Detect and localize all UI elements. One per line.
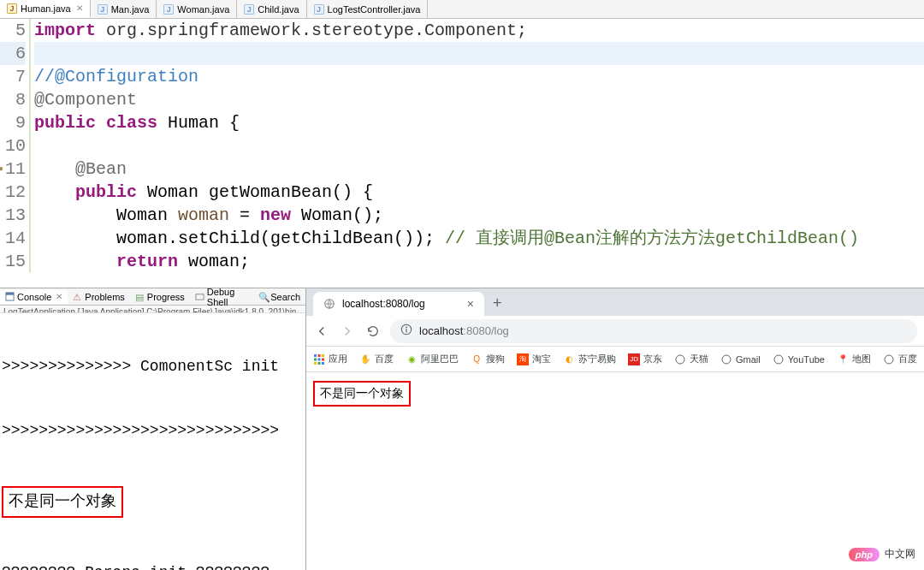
bookmark-label: Gmail (736, 354, 761, 365)
tab-label: Man.java (111, 4, 150, 15)
tab-label: Search (270, 292, 300, 302)
tab-human-java[interactable]: J Human.java ✕ (0, 0, 91, 18)
bookmark-baidu2[interactable]: 百度 (883, 353, 917, 365)
addr-path: :8080/log (463, 324, 509, 337)
console-process-info: LogTestApplication [Java Application] C:… (0, 306, 305, 313)
problems-tab[interactable]: ⚠ Problems (68, 290, 129, 304)
globe-icon (720, 353, 732, 365)
java-icon: J (7, 3, 17, 14)
highlighted-output: 不是同一个对象 (2, 486, 123, 518)
watermark: php 中文网 (849, 547, 915, 561)
svg-point-16 (676, 355, 684, 364)
svg-point-5 (406, 327, 407, 329)
console-tabs: Console ✕ ⚠ Problems ▤ Progress Debug Sh… (0, 288, 305, 306)
tab-child-java[interactable]: J Child.java (237, 0, 306, 18)
bookmark-label: 苏宁易购 (578, 353, 616, 365)
debug-icon (195, 292, 204, 301)
bookmark-taobao[interactable]: 淘淘宝 (517, 353, 551, 365)
svg-rect-15 (322, 362, 324, 365)
tab-label: Progress (147, 292, 185, 302)
svg-rect-6 (406, 329, 406, 332)
php-badge-icon: php (849, 548, 880, 561)
tab-label: Human.java (21, 3, 71, 14)
bookmark-youtube[interactable]: YouTube (773, 353, 825, 365)
svg-rect-7 (314, 354, 317, 357)
bookmark-gmail[interactable]: Gmail (720, 353, 761, 365)
back-button[interactable] (313, 323, 330, 340)
progress-tab[interactable]: ▤ Progress (130, 290, 190, 304)
tab-label: Console (17, 292, 51, 302)
search-tab[interactable]: 🔍 Search (253, 290, 305, 304)
bookmark-label: 搜狗 (486, 353, 505, 365)
new-tab-button[interactable]: + (484, 291, 511, 316)
svg-rect-14 (318, 362, 321, 365)
tab-man-java[interactable]: J Man.java (91, 0, 157, 18)
favicon-icon: ◐ (563, 353, 575, 365)
console-tab[interactable]: Console ✕ (0, 290, 68, 304)
code-editor[interactable]: 5 6 7 8 9 10 ●11 12 13 14 15 import org.… (0, 19, 924, 273)
svg-rect-1 (6, 293, 14, 295)
globe-icon (323, 298, 335, 310)
favicon-icon: Q (471, 353, 483, 365)
highlighted-response: 不是同一个对象 (313, 381, 411, 407)
editor-tabs: J Human.java ✕ J Man.java J Woman.java J… (0, 0, 924, 19)
bookmark-label: 地图 (852, 353, 871, 365)
tab-logtestcontroller-java[interactable]: J LogTestController.java (307, 0, 429, 18)
svg-point-19 (885, 355, 893, 364)
override-marker-icon: ● (0, 157, 3, 181)
console-output[interactable]: >>>>>>>>>>>>>> ComonentSc init >>>>>>>>>… (0, 313, 305, 570)
bookmark-label: 阿里巴巴 (421, 353, 459, 365)
bookmarks-bar: 应用 ✋百度 ◉阿里巴巴 Q搜狗 淘淘宝 ◐苏宁易购 JD京东 天猫 Gmail… (306, 347, 924, 372)
svg-rect-8 (318, 354, 321, 357)
tab-label: Debug Shell (207, 287, 248, 307)
reload-button[interactable] (364, 323, 382, 340)
browser-panel: localhost:8080/log × + localhost:8080/lo… (306, 288, 924, 570)
svg-rect-9 (322, 354, 324, 357)
java-icon: J (163, 4, 174, 15)
browser-content: 不是同一个对象 (306, 372, 924, 415)
favicon-icon: JD (628, 353, 640, 365)
apps-icon (313, 353, 325, 365)
console-line: ???????? Barana init ???????? (2, 562, 304, 570)
tab-label: Child.java (258, 4, 299, 15)
globe-icon (674, 353, 686, 365)
console-line: >>>>>>>>>>>>>>>>>>>>>>>>>>>>>> (2, 420, 304, 442)
bookmark-baidu[interactable]: ✋百度 (359, 353, 394, 365)
code-content[interactable]: import org.springframework.stereotype.Co… (31, 19, 924, 273)
line-number-gutter: 5 6 7 8 9 10 ●11 12 13 14 15 (0, 19, 31, 273)
svg-point-17 (722, 355, 731, 364)
svg-point-18 (774, 355, 783, 364)
addr-host: localhost (419, 324, 463, 337)
bookmark-label: 百度 (898, 353, 917, 365)
console-line: >>>>>>>>>>>>>> ComonentSc init (2, 356, 304, 377)
bookmark-suning[interactable]: ◐苏宁易购 (563, 353, 616, 365)
browser-tab[interactable]: localhost:8080/log × (313, 292, 484, 316)
close-icon[interactable]: ✕ (76, 3, 83, 13)
browser-tab-title: localhost:8080/log (342, 298, 460, 310)
svg-rect-13 (314, 362, 317, 365)
forward-button[interactable] (339, 323, 356, 340)
info-icon[interactable] (400, 324, 412, 338)
problems-icon: ⚠ (73, 292, 82, 301)
bookmark-alibaba[interactable]: ◉阿里巴巴 (406, 353, 459, 365)
favicon-icon: 📍 (837, 353, 849, 365)
address-bar[interactable]: localhost:8080/log (390, 319, 917, 343)
globe-icon (773, 353, 785, 365)
close-icon[interactable]: × (467, 297, 474, 311)
favicon-icon: 淘 (517, 353, 529, 365)
bookmark-jd[interactable]: JD京东 (628, 353, 662, 365)
bookmark-tmall[interactable]: 天猫 (674, 353, 708, 365)
watermark-text: 中文网 (885, 547, 915, 561)
tab-woman-java[interactable]: J Woman.java (157, 0, 237, 18)
console-icon (5, 292, 15, 301)
close-icon[interactable]: ✕ (56, 292, 62, 301)
tab-label: LogTestController.java (328, 4, 421, 15)
bookmark-maps[interactable]: 📍地图 (837, 353, 871, 365)
browser-tabstrip: localhost:8080/log × + (306, 288, 924, 316)
bookmark-apps[interactable]: 应用 (313, 353, 347, 365)
bookmark-label: 应用 (329, 353, 347, 365)
bookmark-label: 淘宝 (532, 353, 551, 365)
bookmark-sogou[interactable]: Q搜狗 (471, 353, 505, 365)
bookmark-label: YouTube (788, 354, 825, 365)
globe-icon (883, 353, 895, 365)
